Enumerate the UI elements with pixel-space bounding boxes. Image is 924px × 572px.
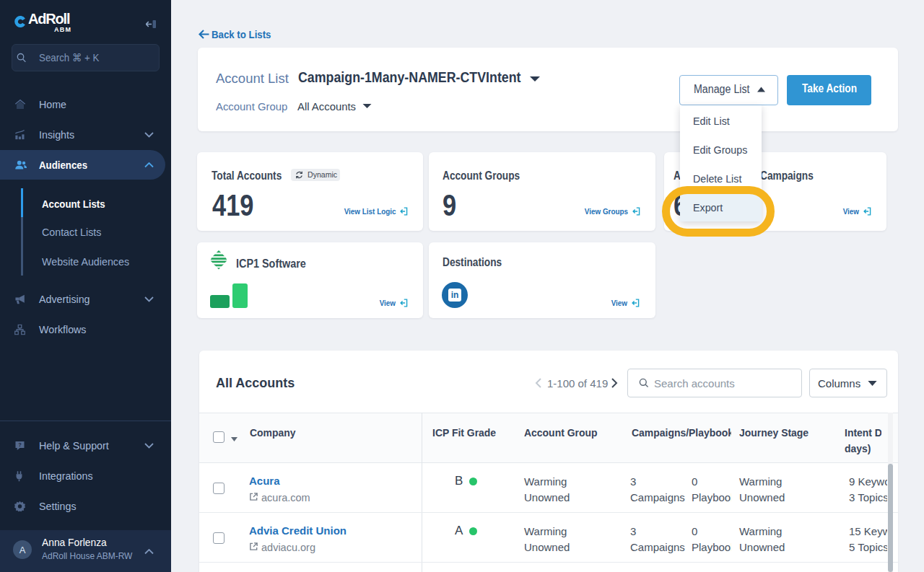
svg-text:?: ? [18,441,22,448]
